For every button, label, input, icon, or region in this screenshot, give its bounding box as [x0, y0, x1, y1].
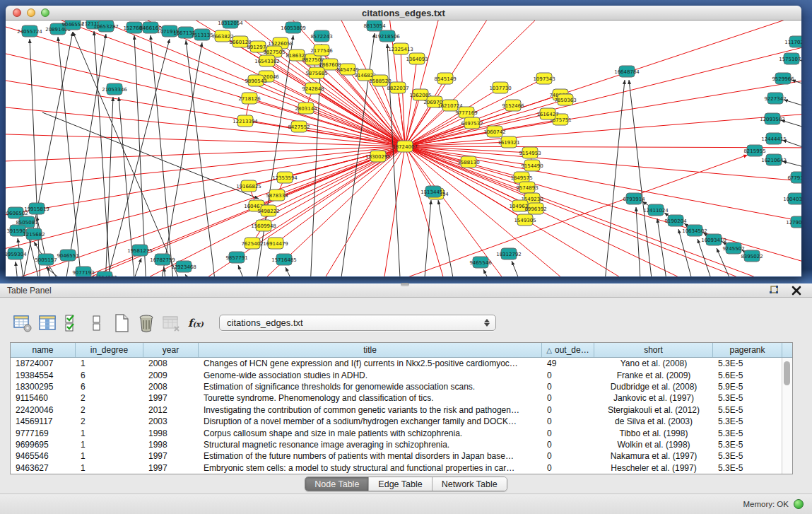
network-node-9227342[interactable]: 9227342 [764, 93, 786, 104]
network-node-9077193[interactable]: 9077193 [72, 267, 94, 276]
network-canvas[interactable]: 1872400776638228660128891297415226058982… [6, 21, 801, 276]
column-header-short[interactable]: short [594, 343, 713, 357]
table-row[interactable]: 1872400712008Changes of HCN gene express… [11, 358, 792, 369]
network-node-10634502[interactable]: 10634502 [682, 225, 707, 236]
tab-edge-table[interactable]: Edge Table [369, 477, 432, 491]
network-node-7513135[interactable]: 7513135 [191, 29, 213, 40]
table-row[interactable]: 946362711997Embryonic stem cells: a mode… [11, 462, 792, 474]
network-node-9465546[interactable]: 9465546 [469, 257, 492, 268]
network-node-5875685[interactable]: 5875685 [305, 67, 327, 78]
network-node-12325413[interactable]: 12325413 [388, 43, 413, 54]
network-node-12353594[interactable]: 12353594 [272, 172, 298, 183]
network-node-8572243[interactable]: 8572243 [310, 30, 332, 42]
network-node-9777169[interactable]: 9777169 [455, 107, 477, 118]
float-panel-icon[interactable] [768, 285, 779, 296]
network-node-1215682[interactable]: 1215682 [23, 228, 45, 240]
network-node-7850363[interactable]: 7850363 [554, 94, 576, 105]
close-window-button[interactable] [13, 8, 21, 17]
network-node-8545149[interactable]: 8545149 [434, 73, 456, 84]
network-node-12444415[interactable]: 12444415 [761, 133, 787, 144]
network-node-9574893[interactable]: 9574893 [516, 182, 538, 193]
unselect-all-button[interactable] [86, 312, 108, 334]
network-node-12213394[interactable]: 12213394 [233, 115, 258, 127]
table-mode-button[interactable] [11, 312, 34, 334]
network-node-8959304[interactable]: 8959304 [6, 248, 27, 259]
network-node-15609948[interactable]: 15609948 [251, 220, 276, 231]
network-node-5005157[interactable]: 5005157 [35, 254, 57, 265]
network-node-12093582[interactable]: 12093582 [760, 113, 785, 124]
table-row[interactable]: 2242004622012Investigating the contribut… [11, 404, 792, 416]
network-node-1060742[interactable]: 1060742 [483, 126, 505, 137]
network-node-7625402[interactable]: 7625402 [241, 238, 263, 249]
network-node-2177546[interactable]: 2177546 [310, 45, 333, 56]
network-node-1037730[interactable]: 1037730 [489, 82, 511, 93]
network-node-9190204[interactable]: 9190204 [664, 215, 687, 226]
network-node-1588130[interactable]: 1588130 [457, 156, 479, 168]
network-node-10040302[interactable]: 10040302 [783, 193, 801, 204]
network-node-12790635[interactable]: 12790635 [786, 216, 801, 228]
network-node-6497537[interactable]: 6497537 [461, 117, 483, 129]
network-node-21053346[interactable]: 21053346 [102, 83, 127, 95]
network-node-8215955[interactable]: 8215955 [743, 145, 765, 156]
close-panel-icon[interactable] [791, 285, 802, 296]
network-node-16093410[interactable]: 16093410 [701, 234, 726, 245]
network-node-8395022[interactable]: 8395022 [741, 250, 763, 262]
network-node-9154953[interactable]: 9154953 [519, 147, 541, 158]
window-titlebar[interactable]: citations_edges.txt [6, 6, 801, 21]
zoom-window-button[interactable] [41, 8, 49, 17]
network-node-9857791[interactable]: 9857791 [225, 252, 247, 263]
column-header-name[interactable]: name [11, 343, 76, 357]
show-columns-button[interactable] [36, 312, 59, 334]
network-node-24055724[interactable]: 24055724 [17, 25, 42, 37]
network-node-18312054[interactable]: 18312054 [218, 21, 243, 28]
network-node-8427552[interactable]: 8427552 [288, 121, 310, 132]
table-row[interactable]: 911546021997Tourette syndrome. Phenomeno… [11, 392, 792, 404]
network-node-1616427[interactable]: 1616427 [536, 108, 558, 119]
network-node-1619321[interactable]: 1619321 [498, 136, 519, 148]
network-node-1549305[interactable]: 1549305 [514, 214, 536, 226]
network-node-19166825[interactable]: 19166825 [236, 180, 261, 192]
scrollbar-thumb[interactable] [784, 361, 790, 385]
network-node-19218506[interactable]: 19218506 [375, 30, 400, 42]
network-node-16053809[interactable]: 16053809 [281, 22, 306, 33]
network-node-16210643[interactable]: 16210643 [761, 154, 787, 165]
column-header-pagerank[interactable]: pagerank [713, 343, 782, 357]
new-column-button[interactable] [110, 312, 133, 334]
network-node-6779196[interactable]: 6779196 [787, 172, 801, 183]
table-vertical-scrollbar[interactable] [782, 358, 792, 474]
table-row[interactable]: 1456911722003Disruption of a novel membe… [11, 416, 792, 427]
network-node-5878334[interactable]: 5878334 [266, 189, 288, 201]
network-node-1364093[interactable]: 1364093 [406, 53, 428, 64]
tab-node-table[interactable]: Node Table [305, 477, 369, 491]
minimize-window-button[interactable] [27, 8, 35, 17]
splitter-handle[interactable] [401, 283, 409, 286]
network-node-9242848[interactable]: 9242848 [302, 83, 324, 94]
network-node-15716485[interactable]: 15716485 [271, 254, 297, 265]
network-node-15751074[interactable]: 15751074 [779, 53, 801, 64]
column-header-out_de[interactable]: △out_de… [542, 343, 594, 357]
network-node-18312792[interactable]: 18312792 [496, 248, 522, 259]
table-row[interactable]: 969969511998Structural magnetic resonanc… [11, 439, 792, 450]
column-header-year[interactable]: year [143, 343, 199, 357]
table-row[interactable]: 977716911998Corpus callosum shape and si… [11, 427, 792, 438]
table-row[interactable]: 1938455462009Genome-wide association stu… [11, 369, 792, 380]
network-node-9154490[interactable]: 9154490 [521, 160, 543, 171]
table-row[interactable]: 946554611997Estimation of the future num… [11, 450, 792, 462]
tab-network-table[interactable]: Network Table [433, 477, 507, 491]
select-all-button[interactable] [61, 312, 83, 334]
table-row[interactable]: 1830029562008Estimation of significance … [11, 381, 792, 392]
network-node-19581275[interactable]: 19581275 [127, 245, 153, 256]
network-node-8822037[interactable]: 8822037 [387, 82, 408, 93]
network-node-9046551[interactable]: 9046551 [57, 250, 78, 261]
network-node-12411024[interactable]: 12411024 [643, 204, 669, 216]
network-node-1097343[interactable]: 1097343 [533, 73, 555, 84]
network-node-9890543[interactable]: 9890543 [245, 75, 266, 86]
network-node-2803144[interactable]: 2803144 [295, 103, 317, 114]
network-node-8996392[interactable]: 8996392 [524, 203, 546, 214]
table-source-dropdown[interactable]: citations_edges.txt [219, 315, 496, 331]
delete-column-button[interactable] [135, 312, 158, 334]
network-node-16914479[interactable]: 16914479 [263, 238, 288, 249]
network-node-11170284[interactable]: 11170284 [784, 36, 801, 47]
column-header-in_degree[interactable]: in_degree [76, 343, 143, 357]
function-builder-button[interactable]: f(x) [184, 312, 207, 334]
